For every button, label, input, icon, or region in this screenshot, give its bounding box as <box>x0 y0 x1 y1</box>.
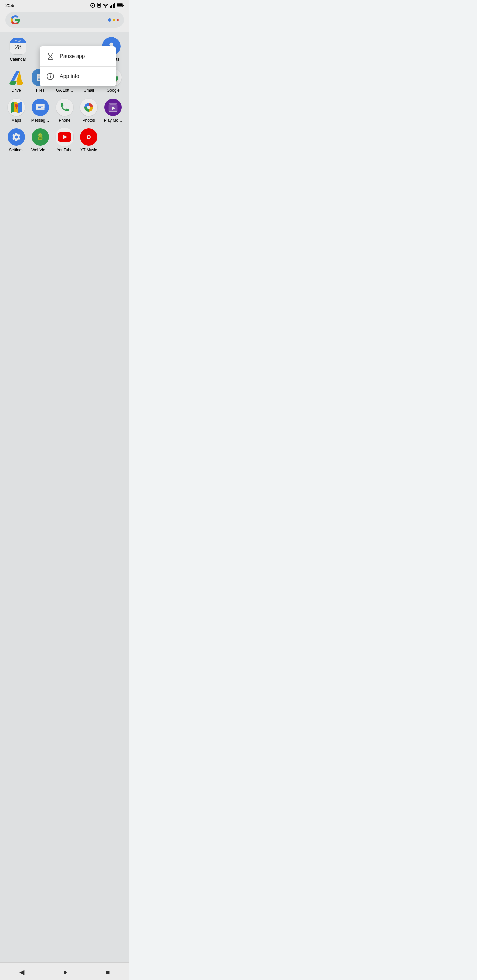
pause-app-label: Pause app <box>60 53 85 59</box>
app-info-menu-item[interactable]: App info <box>40 67 116 86</box>
app-info-icon <box>46 73 54 80</box>
context-menu: Pause app App info <box>40 46 116 86</box>
pause-app-menu-item[interactable]: Pause app <box>40 46 116 66</box>
context-menu-overlay[interactable] <box>0 0 129 251</box>
app-info-label: App info <box>60 73 79 80</box>
pause-app-icon <box>46 52 54 60</box>
